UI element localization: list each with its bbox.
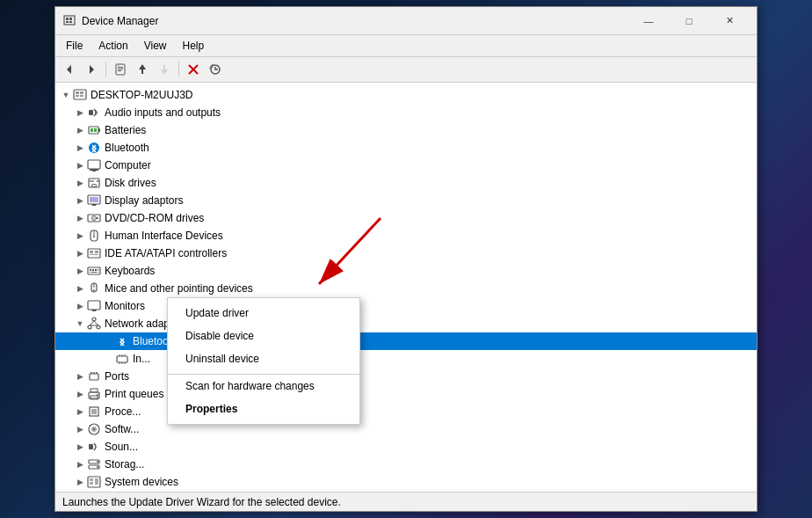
tree-item-system[interactable]: ▶ System devices (55, 473, 757, 491)
tree-item-computer[interactable]: ▶ Computer (55, 157, 757, 174)
batteries-expand-icon: ▶ (73, 123, 87, 137)
bluetooth-label: Bluetooth (105, 142, 149, 154)
software-expand-icon: ▶ (73, 422, 87, 436)
tree-item-storage[interactable]: ▶ Storag... (55, 456, 757, 473)
svg-rect-44 (97, 217, 98, 219)
svg-point-97 (97, 466, 98, 468)
toolbar-uninstall[interactable] (183, 60, 204, 79)
tree-item-software[interactable]: ▶ Softw... (55, 420, 757, 438)
ctx-disable-device[interactable]: Disable device (168, 325, 359, 347)
intel-label: In... (133, 353, 150, 365)
intel-icon (115, 352, 129, 366)
tree-item-print[interactable]: ▶ Print queues (55, 385, 757, 403)
ports-expand-icon: ▶ (73, 369, 87, 383)
svg-rect-58 (91, 272, 97, 273)
svg-rect-49 (90, 251, 93, 253)
svg-marker-14 (161, 69, 168, 75)
svg-rect-59 (98, 272, 98, 273)
tree-view[interactable]: ▼ DESKTOP-M2UUJ3D ▶ (55, 83, 757, 492)
svg-line-70 (94, 321, 98, 325)
svg-rect-30 (88, 160, 100, 169)
toolbar-back[interactable] (59, 60, 80, 79)
disk-icon (87, 176, 101, 190)
svg-marker-6 (90, 65, 94, 74)
svg-rect-1 (66, 18, 69, 20)
svg-rect-25 (89, 127, 98, 134)
ctx-uninstall-device[interactable]: Uninstall device (168, 347, 359, 370)
svg-rect-23 (80, 95, 83, 97)
keyboards-expand-icon: ▶ (73, 264, 87, 278)
root-label: DESKTOP-M2UUJ3D (91, 89, 192, 101)
tree-item-bluetooth-device[interactable]: Bluetooth Device (Per... (55, 332, 757, 350)
tree-item-audio[interactable]: ▶ Audio inputs and outputs (55, 104, 757, 121)
processors-label: Proce... (105, 405, 141, 418)
ctx-properties[interactable]: Properties (168, 398, 359, 420)
ctx-update-driver[interactable]: Update driver (168, 302, 359, 325)
tree-item-sound[interactable]: ▶ Soun... (55, 438, 757, 456)
disk-label: Disk drives (105, 177, 156, 189)
tree-item-display[interactable]: ▶ Display adaptors (55, 192, 757, 209)
main-content: ▼ DESKTOP-M2UUJ3D ▶ (55, 83, 757, 492)
tree-item-processors[interactable]: ▶ Proce... (55, 403, 757, 420)
tree-item-mice[interactable]: ▶ Mice and other pointing devices (55, 280, 757, 297)
svg-rect-21 (80, 91, 83, 94)
computer-expand-icon: ▶ (73, 158, 87, 172)
svg-rect-93 (89, 444, 93, 449)
keyboards-label: Keyboards (105, 265, 155, 277)
toolbar-rollback[interactable] (154, 60, 175, 79)
tree-item-bluetooth[interactable]: ▶ Bluetooth (55, 139, 757, 157)
toolbar-sep-2 (178, 62, 179, 77)
toolbar-properties[interactable] (110, 60, 131, 79)
storage-expand-icon: ▶ (73, 457, 87, 471)
toolbar-forward[interactable] (81, 60, 102, 79)
status-text: Launches the Update Driver Wizard for th… (62, 496, 341, 508)
close-button[interactable]: ✕ (709, 7, 750, 35)
svg-rect-85 (91, 389, 98, 392)
minimize-button[interactable]: — (628, 7, 669, 35)
network-icon (87, 317, 101, 331)
svg-rect-63 (88, 301, 100, 310)
svg-rect-80 (90, 374, 98, 380)
tree-root[interactable]: ▼ DESKTOP-M2UUJ3D (55, 86, 757, 104)
audio-icon (87, 106, 101, 120)
audio-expand-icon: ▶ (73, 106, 87, 120)
tree-item-ide[interactable]: ▶ IDE ATA/ATAPI controllers (55, 244, 757, 262)
menu-action[interactable]: Action (91, 37, 134, 55)
tree-item-network[interactable]: ▼ Network adapters (55, 315, 757, 332)
svg-rect-57 (90, 272, 91, 273)
tree-item-intel[interactable]: In... (55, 350, 757, 368)
svg-rect-50 (95, 251, 98, 253)
software-label: Softw... (105, 423, 139, 435)
tree-item-hid[interactable]: ▶ Human Interface Devices (55, 227, 757, 244)
tree-item-monitors[interactable]: ▶ Monitors (55, 297, 757, 315)
toolbar-sep-1 (105, 62, 106, 77)
svg-rect-4 (69, 21, 72, 23)
menu-help[interactable]: Help (176, 37, 212, 55)
ide-label: IDE ATA/ATAPI controllers (105, 247, 227, 259)
menu-file[interactable]: File (59, 37, 90, 55)
toolbar-scan[interactable] (205, 60, 226, 79)
disk-expand-icon: ▶ (73, 176, 87, 190)
menu-view[interactable]: View (137, 37, 174, 55)
dvd-icon (87, 211, 101, 225)
ctx-scan-hardware[interactable]: Scan for hardware changes (168, 374, 359, 398)
window-title: Device Manager (82, 15, 628, 27)
svg-rect-9 (118, 69, 123, 69)
hid-expand-icon: ▶ (73, 229, 87, 243)
maximize-button[interactable]: □ (669, 7, 709, 35)
tree-item-keyboards[interactable]: ▶ Keyboards (55, 262, 757, 280)
intel-expand-icon (101, 352, 115, 366)
svg-rect-55 (95, 269, 97, 271)
dvd-expand-icon: ▶ (73, 211, 87, 225)
sound-expand-icon: ▶ (73, 440, 87, 454)
tree-item-ports[interactable]: ▶ Ports (55, 368, 757, 385)
svg-point-92 (93, 428, 95, 430)
svg-rect-100 (90, 482, 93, 485)
status-bar: Launches the Update Driver Wizard for th… (55, 492, 757, 511)
tree-item-dvd[interactable]: ▶ DVD/CD-ROM drives (55, 209, 757, 227)
tree-item-disk[interactable]: ▶ Disk drives (55, 174, 757, 192)
root-icon (73, 88, 87, 102)
svg-rect-20 (76, 91, 79, 94)
tree-item-batteries[interactable]: ▶ Batteries (55, 121, 757, 139)
toolbar-update-driver[interactable] (132, 60, 153, 79)
